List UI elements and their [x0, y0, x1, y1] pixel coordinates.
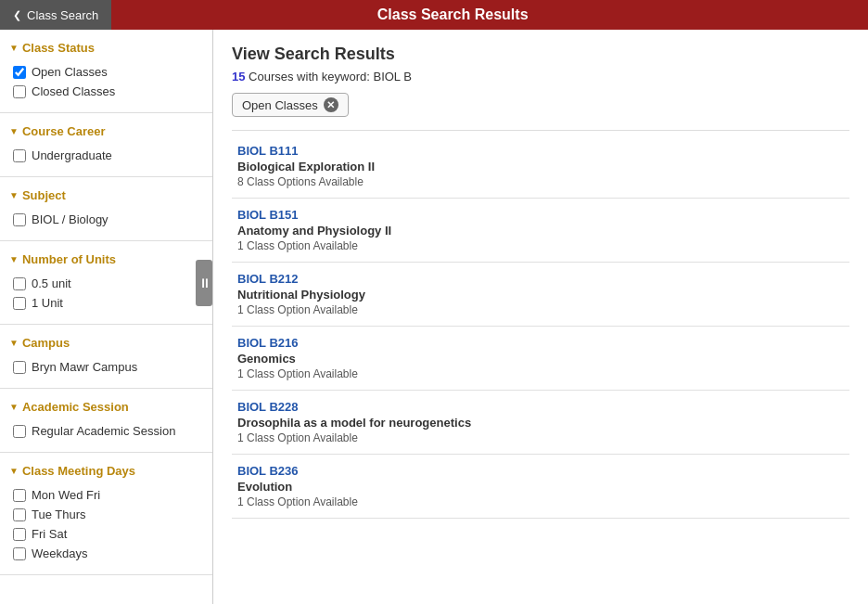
filter-section-class-meeting-days: ▼ Class Meeting DaysMon Wed FriTue Thurs… — [0, 453, 212, 575]
filter-item-label: Undergraduate — [32, 148, 112, 162]
checkbox-number-of-units-0[interactable] — [13, 277, 26, 290]
course-name: Genomics — [237, 352, 849, 366]
filter-item[interactable]: Closed Classes — [13, 82, 203, 101]
filter-section-subject: ▼ SubjectBIOL / Biology — [0, 177, 212, 241]
filter-title-class-status[interactable]: ▼ Class Status — [0, 37, 212, 58]
filter-items-academic-session: Regular Academic Session — [0, 418, 212, 444]
caret-icon: ▼ — [9, 43, 19, 53]
filter-section-label: Number of Units — [22, 252, 116, 266]
filter-item[interactable]: Regular Academic Session — [13, 421, 203, 441]
count-number: 15 — [232, 70, 245, 84]
course-item[interactable]: BIOL B111Biological Exploration II8 Clas… — [232, 135, 849, 199]
checkbox-academic-session-0[interactable] — [13, 425, 26, 438]
checkbox-subject-0[interactable] — [13, 213, 26, 226]
filter-title-campus[interactable]: ▼ Campus — [0, 332, 212, 353]
course-code: BIOL B111 — [237, 144, 849, 158]
filter-item-label: Weekdays — [32, 546, 87, 560]
caret-icon: ▼ — [9, 190, 19, 200]
checkbox-class-meeting-days-3[interactable] — [13, 547, 26, 560]
course-code: BIOL B151 — [237, 208, 849, 222]
content-area: View Search Results 15 Courses with keyw… — [213, 30, 868, 604]
filter-item-label: Open Classes — [32, 65, 108, 79]
scroll-handle[interactable]: ⏸ — [196, 260, 212, 306]
course-code: BIOL B216 — [237, 336, 849, 350]
caret-icon: ▼ — [9, 466, 19, 476]
checkbox-class-status-1[interactable] — [13, 85, 26, 98]
filter-item-label: 1 Unit — [32, 296, 63, 310]
filter-item-label: Fri Sat — [32, 527, 67, 541]
course-options: 1 Class Option Available — [237, 431, 849, 444]
filter-section-academic-session: ▼ Academic SessionRegular Academic Sessi… — [0, 389, 212, 453]
remove-filter-icon[interactable]: ✕ — [324, 97, 338, 112]
filter-item[interactable]: 0.5 unit — [13, 274, 203, 293]
checkbox-campus-0[interactable] — [13, 361, 26, 374]
filter-items-class-meeting-days: Mon Wed FriTue ThursFri SatWeekdays — [0, 482, 212, 567]
filter-section-class-status: ▼ Class StatusOpen ClassesClosed Classes — [0, 30, 212, 113]
caret-icon: ▼ — [9, 254, 19, 264]
filter-title-subject[interactable]: ▼ Subject — [0, 185, 212, 206]
filter-section-label: Academic Session — [22, 400, 129, 414]
filter-section-campus: ▼ CampusBryn Mawr Campus — [0, 325, 212, 389]
filter-section-label: Subject — [22, 188, 66, 202]
filter-title-class-meeting-days[interactable]: ▼ Class Meeting Days — [0, 460, 212, 482]
filter-items-class-status: Open ClassesClosed Classes — [0, 58, 212, 105]
course-item[interactable]: BIOL B228Drosophila as a model for neuro… — [232, 391, 849, 455]
course-options: 8 Class Options Available — [237, 175, 849, 188]
caret-icon: ▼ — [9, 126, 19, 136]
caret-icon: ▼ — [9, 338, 19, 348]
course-name: Biological Exploration II — [237, 160, 849, 173]
filter-item[interactable]: Mon Wed Fri — [13, 485, 203, 505]
filter-section-label: Course Career — [22, 124, 106, 138]
course-item[interactable]: BIOL B236Evolution1 Class Option Availab… — [232, 455, 849, 519]
course-list: BIOL B111Biological Exploration II8 Clas… — [232, 135, 849, 519]
checkbox-class-status-0[interactable] — [13, 66, 26, 79]
checkbox-class-meeting-days-2[interactable] — [13, 528, 26, 541]
course-options: 1 Class Option Available — [237, 495, 849, 508]
checkbox-class-meeting-days-0[interactable] — [13, 489, 26, 502]
course-name: Drosophila as a model for neurogenetics — [237, 416, 849, 430]
back-label: Class Search — [27, 8, 98, 22]
course-name: Nutritional Physiology — [237, 288, 849, 302]
filter-title-academic-session[interactable]: ▼ Academic Session — [0, 396, 212, 418]
filter-items-subject: BIOL / Biology — [0, 206, 212, 233]
page-title: Class Search Results — [111, 6, 868, 23]
filter-item[interactable]: Weekdays — [13, 544, 203, 563]
back-button[interactable]: ❮ Class Search — [0, 0, 111, 30]
filter-items-campus: Bryn Mawr Campus — [0, 353, 212, 380]
course-item[interactable]: BIOL B216Genomics1 Class Option Availabl… — [232, 327, 849, 391]
filter-item[interactable]: Tue Thurs — [13, 505, 203, 524]
active-filter-label: Open Classes — [242, 98, 318, 112]
result-count: 15 Courses with keyword: BIOL B — [232, 70, 849, 84]
filter-item[interactable]: BIOL / Biology — [13, 210, 203, 229]
filter-item-label: Mon Wed Fri — [32, 488, 100, 502]
active-filter-tag[interactable]: Open Classes ✕ — [232, 93, 349, 117]
filter-item-label: Bryn Mawr Campus — [32, 360, 137, 374]
scroll-handle-icon: ⏸ — [198, 276, 210, 290]
filter-title-number-of-units[interactable]: ▼ Number of Units — [0, 249, 212, 270]
course-options: 1 Class Option Available — [237, 303, 849, 316]
result-keyword: Courses with keyword: BIOL B — [249, 70, 412, 84]
filter-item[interactable]: Open Classes — [13, 62, 203, 82]
course-options: 1 Class Option Available — [237, 367, 849, 380]
course-name: Anatomy and Physiology II — [237, 224, 849, 238]
course-code: BIOL B212 — [237, 272, 849, 286]
view-results-title: View Search Results — [232, 45, 849, 64]
filter-item[interactable]: Undergraduate — [13, 146, 203, 165]
filter-section-course-career: ▼ Course CareerUndergraduate — [0, 113, 212, 177]
filter-item[interactable]: Fri Sat — [13, 524, 203, 544]
checkbox-course-career-0[interactable] — [13, 149, 26, 162]
checkbox-class-meeting-days-1[interactable] — [13, 508, 26, 521]
filter-item-label: Tue Thurs — [32, 508, 86, 521]
course-code: BIOL B236 — [237, 464, 849, 478]
checkbox-number-of-units-1[interactable] — [13, 297, 26, 310]
filter-item[interactable]: 1 Unit — [13, 293, 203, 313]
filter-items-number-of-units: 0.5 unit1 Unit — [0, 270, 212, 316]
filter-item[interactable]: Bryn Mawr Campus — [13, 357, 203, 377]
caret-icon: ▼ — [9, 402, 19, 412]
divider — [232, 130, 849, 131]
filter-item-label: Regular Academic Session — [32, 424, 175, 438]
course-item[interactable]: BIOL B151Anatomy and Physiology II1 Clas… — [232, 199, 849, 263]
course-item[interactable]: BIOL B212Nutritional Physiology1 Class O… — [232, 263, 849, 327]
filter-title-course-career[interactable]: ▼ Course Career — [0, 121, 212, 142]
course-options: 1 Class Option Available — [237, 239, 849, 252]
